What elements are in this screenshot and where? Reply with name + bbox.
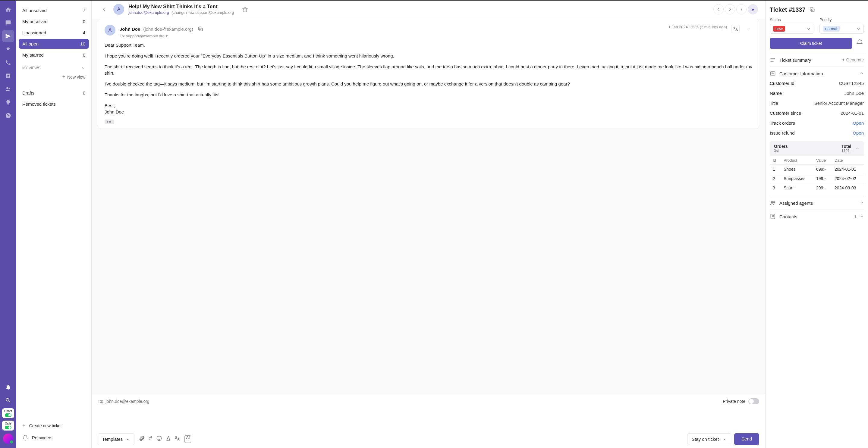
emoji-icon[interactable]: [156, 435, 162, 443]
notify-icon[interactable]: [855, 38, 864, 46]
templates-button[interactable]: Templates: [98, 433, 134, 445]
generate-button[interactable]: ✦Generate: [841, 58, 864, 62]
rail-user-avatar[interactable]: [3, 434, 13, 444]
details-panel: Ticket #1337 Status new Priority normal …: [766, 1, 868, 448]
svg-point-2: [6, 87, 8, 89]
ticket-number: Ticket #1337: [770, 6, 806, 13]
rail-help-icon[interactable]: [2, 110, 14, 122]
message-author: John Doe: [120, 27, 140, 32]
collapse-customer-icon[interactable]: [860, 71, 864, 76]
ticket-subject: Help! My New Shirt Thinks It's a Tent: [128, 4, 234, 10]
message-avatar: A: [104, 25, 116, 36]
svg-point-1: [7, 75, 9, 76]
order-row: 2Sunglasses199:-2024-02-02: [770, 174, 864, 183]
agents-section[interactable]: Assigned agents: [770, 196, 864, 210]
status-select[interactable]: new: [770, 24, 814, 34]
prev-ticket-button[interactable]: [713, 4, 724, 14]
translate-icon[interactable]: [731, 25, 740, 33]
message-more-icon[interactable]: ⋮: [744, 25, 752, 33]
copy-ticket-icon[interactable]: [808, 5, 816, 14]
nav-rail: Chats Calls: [0, 1, 16, 448]
rail-phone-icon[interactable]: [2, 57, 14, 69]
claim-ticket-button[interactable]: Claim ticket: [770, 38, 852, 49]
rail-search-icon[interactable]: [2, 394, 14, 407]
priority-label: Priority: [819, 18, 864, 22]
reply-to-value[interactable]: john.doe@example.org: [106, 399, 150, 404]
contact-icon: [770, 213, 776, 219]
font-icon[interactable]: A: [166, 435, 170, 443]
ticket-header: A Help! My New Shirt Thinks It's a Tent …: [92, 1, 765, 19]
translate-reply-icon[interactable]: [174, 435, 180, 443]
ticket-info-button[interactable]: ●: [748, 4, 758, 14]
svg-point-6: [157, 436, 161, 441]
hash-icon[interactable]: #: [149, 435, 152, 443]
order-row: 3Scarf299:-2024-03-03: [770, 183, 864, 193]
expand-quoted-button[interactable]: •••: [104, 119, 114, 124]
reminders-button[interactable]: Reminders: [19, 432, 89, 444]
to-dropdown-icon[interactable]: ▾: [166, 34, 168, 38]
back-button[interactable]: [99, 4, 109, 14]
track-orders-link[interactable]: Open: [852, 120, 864, 126]
message-to: To: support@example.org: [120, 34, 164, 38]
customer-info-label: Customer Information: [779, 71, 823, 76]
view-unassigned[interactable]: Unassigned4: [19, 28, 89, 38]
svg-point-13: [772, 215, 774, 217]
card-icon: [770, 70, 776, 76]
ticket-center: A Help! My New Shirt Thinks It's a Tent …: [92, 1, 766, 448]
svg-point-10: [771, 201, 773, 203]
rail-contact-icon[interactable]: [2, 70, 14, 82]
next-ticket-button[interactable]: [725, 4, 735, 14]
ticket-via: via support@example.org: [189, 10, 234, 15]
reply-area: To: john.doe@example.org Private note Te…: [92, 394, 765, 448]
attach-icon[interactable]: [138, 435, 145, 443]
rail-chat-icon[interactable]: [2, 17, 14, 29]
view-my-starred[interactable]: My starred0: [19, 50, 89, 60]
ticket-avatar: A: [113, 4, 124, 15]
views-sidebar: All unsolved7 My unsolved0 Unassigned4 A…: [16, 1, 92, 448]
order-row: 1Shoes699:-2024-01-01: [770, 165, 864, 174]
message-body: Dear Support Team, I hope you're doing w…: [104, 42, 752, 115]
private-note-toggle[interactable]: [748, 398, 759, 404]
summary-label: Ticket summary: [779, 58, 811, 63]
view-all-unsolved[interactable]: All unsolved7: [19, 5, 89, 15]
reply-editor[interactable]: [98, 407, 759, 433]
create-ticket-button[interactable]: +Create new ticket: [19, 419, 89, 432]
people-icon: [770, 200, 776, 206]
rail-people-icon[interactable]: [2, 83, 14, 95]
ticket-from-email[interactable]: john.doe@example.org: [128, 10, 169, 15]
view-drafts[interactable]: Drafts0: [19, 88, 89, 98]
contacts-section[interactable]: Contacts 1: [770, 210, 864, 223]
customer-section: Customer Information Customer IdCUST1234…: [770, 67, 864, 196]
ai-icon[interactable]: AI: [184, 435, 191, 443]
status-label: Status: [770, 18, 814, 22]
rail-bug-icon[interactable]: [2, 43, 14, 56]
view-removed[interactable]: Removed tickets: [19, 99, 89, 109]
rail-calls-pill[interactable]: Calls: [2, 421, 14, 430]
ticket-change-link[interactable]: (change): [172, 10, 187, 15]
rail-bell-icon[interactable]: [2, 381, 14, 393]
after-send-select[interactable]: Stay on ticket: [687, 433, 731, 445]
view-all-open[interactable]: All open10: [19, 39, 89, 49]
message-card: A John Doe (john.doe@example.org) To: su…: [98, 19, 759, 129]
collapse-orders-icon[interactable]: [855, 146, 860, 150]
private-note-label: Private note: [723, 399, 745, 404]
rail-bulb-icon[interactable]: [2, 96, 14, 108]
reply-to-label: To:: [98, 399, 103, 404]
view-my-unsolved[interactable]: My unsolved0: [19, 16, 89, 27]
star-button[interactable]: [240, 4, 250, 14]
ticket-more-button[interactable]: ⋮: [736, 4, 747, 14]
orders-box: Orders3st Total1197:- IdProductValueDate…: [770, 141, 864, 193]
send-button[interactable]: Send: [734, 433, 759, 445]
rail-chats-pill[interactable]: Chats: [2, 408, 14, 418]
priority-select[interactable]: normal: [819, 24, 864, 34]
new-view-button[interactable]: +New view: [19, 72, 89, 82]
message-author-email: (john.doe@example.org): [143, 27, 193, 32]
rail-home-icon[interactable]: [2, 4, 14, 16]
issue-refund-link[interactable]: Open: [852, 130, 864, 136]
message-timestamp: 1 Jan 2024 13:35 (2 minutes ago): [669, 25, 727, 29]
my-views-header[interactable]: MY VIEWS: [19, 61, 89, 72]
rail-send-icon[interactable]: [2, 30, 14, 42]
svg-point-11: [773, 201, 775, 203]
summary-section: Ticket summary ✦Generate: [770, 53, 864, 67]
copy-email-icon[interactable]: [196, 25, 205, 33]
